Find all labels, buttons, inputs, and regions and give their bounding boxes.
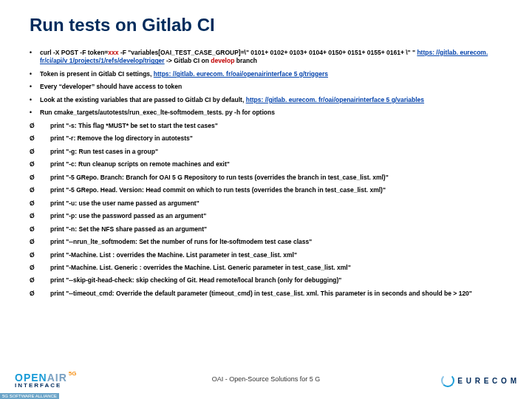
arrow-item: print "-u: use the user name passed as a…	[30, 200, 510, 208]
arrow-item: print "--skip-git-head-check: skip check…	[30, 276, 510, 284]
arrow-item: print "-g: Run test cases in a group"	[30, 148, 510, 156]
arrow-item: print "-r: Remove the log directory in a…	[30, 134, 510, 143]
arrow-item: print "--nrun_lte_softmodem: Set the num…	[30, 238, 510, 246]
bullet-item: Token is present in Gitlab CI settings, …	[30, 70, 510, 78]
bullet-item: Look at the existing variables that are …	[30, 96, 510, 104]
alliance-tag: 5G SOFTWARE ALLIANCE	[0, 393, 59, 399]
arrow-item: print "-s: This flag *MUST* be set to st…	[30, 122, 510, 130]
arrow-item: print "-5 GRepo. Branch: Branch for OAI …	[30, 174, 510, 182]
arrow-item: print "-5 GRepo. Head. Version: Head com…	[30, 186, 510, 194]
bullet-item: curl -X POST -F token=xxx -F "variables[…	[30, 49, 510, 66]
arrow-item: print "-Machine. List : overrides the Ma…	[30, 251, 510, 259]
arrow-item: print "-p: use the password passed as an…	[30, 212, 510, 220]
footer: OPENAIR5G INTERFACE OAI - Open-Source So…	[0, 362, 532, 399]
arrow-item: print "-Machine. List. Generic : overrid…	[30, 264, 510, 272]
bullet-item: Run cmake_targets/autotests/run_exec_lte…	[30, 109, 510, 117]
footer-text: OAI - Open-Source Solutions for 5 G	[0, 375, 532, 383]
bullet-item: Every “developer” should have access to …	[30, 83, 510, 91]
slide-title: Run tests on Gitlab CI	[30, 15, 510, 35]
slide-content: curl -X POST -F token=xxx -F "variables[…	[30, 49, 510, 298]
arrow-item: print "-n: Set the NFS share passed as a…	[30, 225, 510, 233]
arrow-item: print "-c: Run cleanup scripts on remote…	[30, 160, 510, 168]
arrow-item: print "--timeout_cmd: Override the defau…	[30, 290, 510, 298]
